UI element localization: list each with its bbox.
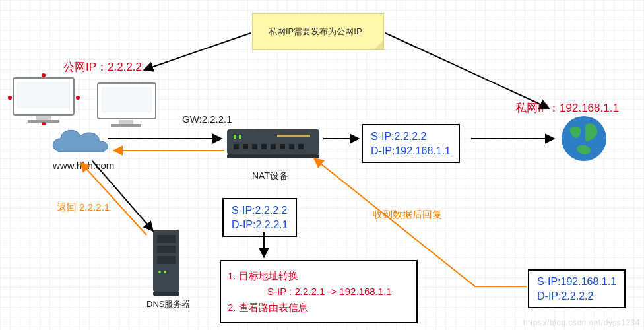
computer-2-icon xyxy=(92,79,165,131)
nat-steps-box: 1. 目标地址转换 S-IP : 2.2.2.1 -> 192.168.1.1 … xyxy=(220,260,418,323)
svg-line-39 xyxy=(80,162,146,235)
svg-point-4 xyxy=(8,96,12,100)
svg-rect-11 xyxy=(111,124,141,127)
svg-point-6 xyxy=(42,73,46,77)
sticky-note: 私网IP需要发布为公网IP xyxy=(252,13,384,50)
svg-rect-16 xyxy=(234,144,239,149)
svg-rect-21 xyxy=(280,144,285,149)
nat-step-2: 2. 查看路由表信息 xyxy=(228,300,407,315)
svg-rect-28 xyxy=(157,235,176,243)
nat-device-icon xyxy=(224,124,323,164)
svg-rect-18 xyxy=(252,144,257,149)
globe-icon xyxy=(558,112,610,165)
packet-to-nat-dip: D-IP:2.2.2.1 xyxy=(232,218,288,232)
nat-label: NAT设备 xyxy=(252,170,288,182)
svg-rect-2 xyxy=(36,116,51,120)
packet-to-nat: S-IP:2.2.2.2 D-IP:2.2.2.1 xyxy=(222,198,297,237)
svg-point-31 xyxy=(158,271,161,273)
svg-rect-27 xyxy=(153,292,179,296)
svg-rect-1 xyxy=(17,82,70,108)
svg-rect-13 xyxy=(227,154,319,158)
dns-reply-label: 返回 2.2.2.1 xyxy=(57,201,110,214)
svg-rect-12 xyxy=(227,129,319,154)
packet-outgoing: S-IP:2.2.2.2 D-IP:192.168.1.1 xyxy=(362,124,460,163)
computer-1-icon xyxy=(8,73,87,125)
packet-return-dip: D-IP:2.2.2.2 xyxy=(537,289,616,304)
svg-rect-14 xyxy=(234,135,236,139)
nat-step-1: 1. 目标地址转换 xyxy=(228,268,407,284)
svg-rect-9 xyxy=(102,87,152,112)
gw-label: GW:2.2.2.1 xyxy=(182,114,232,125)
packet-return-sip: S-IP:192.168.1.1 xyxy=(537,275,616,289)
svg-line-33 xyxy=(144,33,251,70)
svg-rect-15 xyxy=(239,135,242,139)
svg-rect-23 xyxy=(298,144,304,149)
packet-return: S-IP:192.168.1.1 D-IP:2.2.2.2 xyxy=(528,269,626,308)
svg-rect-29 xyxy=(157,246,176,253)
svg-rect-24 xyxy=(277,135,310,137)
svg-rect-19 xyxy=(261,144,267,149)
packet-outgoing-dip: D-IP:192.168.1.1 xyxy=(371,144,451,158)
svg-rect-22 xyxy=(289,144,294,149)
domain-label: www.hhh.com xyxy=(53,160,114,171)
watermark: https://blog.csdn.net/dyss1234 xyxy=(523,318,640,327)
packet-to-nat-sip: S-IP:2.2.2.2 xyxy=(232,203,288,218)
svg-rect-10 xyxy=(119,120,133,124)
svg-rect-20 xyxy=(271,144,276,149)
svg-point-5 xyxy=(76,96,80,100)
dns-server-icon xyxy=(148,227,187,298)
sticky-text: 私网IP需要发布为公网IP xyxy=(269,26,362,36)
svg-line-38 xyxy=(92,161,153,231)
reply-label: 收到数据后回复 xyxy=(373,209,442,221)
cloud-icon xyxy=(46,124,112,161)
dns-label: DNS服务器 xyxy=(146,298,190,310)
svg-line-34 xyxy=(385,33,549,108)
nat-step-1-detail: S-IP : 2.2.2.1 -> 192.168.1.1 xyxy=(228,284,407,300)
packet-outgoing-sip: S-IP:2.2.2.2 xyxy=(371,129,451,144)
svg-point-32 xyxy=(164,271,166,273)
svg-rect-30 xyxy=(157,256,176,264)
svg-rect-17 xyxy=(243,144,248,149)
